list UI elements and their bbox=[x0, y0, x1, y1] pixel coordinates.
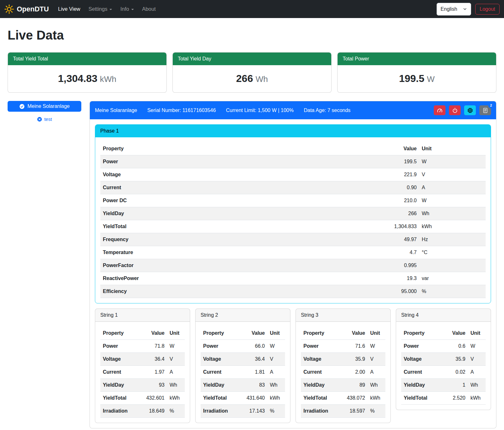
summary-card-body: 266Wh bbox=[173, 65, 331, 92]
journal-text-icon bbox=[482, 108, 488, 113]
unit-cell: % bbox=[267, 405, 285, 418]
value-cell: 1 bbox=[446, 379, 468, 392]
unit-cell: W bbox=[419, 194, 486, 207]
table-row: Power DC210.0W bbox=[100, 194, 486, 207]
table-row: YieldTotal438.072kWh bbox=[301, 392, 385, 405]
nav-links: Live View Settings Info About bbox=[54, 3, 436, 16]
property-cell: Power bbox=[100, 155, 381, 168]
inverter-card-body: Phase 1 Property Value Unit bbox=[90, 119, 496, 428]
power-settings-button[interactable] bbox=[449, 105, 461, 115]
navbar-right: English Logout bbox=[437, 3, 500, 16]
unit-cell: kWh bbox=[468, 392, 486, 405]
table-row: Voltage35.9V bbox=[301, 353, 385, 366]
value-cell: 71.6 bbox=[344, 340, 368, 353]
unit-cell: V bbox=[167, 353, 185, 366]
string-table: Property Value Unit Power0.6WVoltage35.9… bbox=[401, 327, 486, 405]
top-navbar: OpenDTU Live View Settings Info About En… bbox=[0, 0, 504, 18]
property-cell: YieldDay bbox=[100, 379, 144, 392]
unit-cell: W bbox=[468, 340, 486, 353]
property-cell: Irradiation bbox=[301, 405, 344, 418]
summary-card-body: 1,304.83kWh bbox=[8, 65, 166, 92]
inverter-item-test[interactable]: test bbox=[8, 116, 81, 123]
string-3-card: String 3 Property Value Unit bbox=[296, 308, 391, 423]
brand-link[interactable]: OpenDTU bbox=[4, 4, 49, 14]
value-cell: 1,304.833 bbox=[381, 220, 419, 233]
value-cell: 66.0 bbox=[244, 340, 267, 353]
unit-cell: W bbox=[368, 340, 385, 353]
unit-header: Unit bbox=[167, 327, 185, 340]
x-circle-icon bbox=[37, 117, 42, 122]
value-cell: 71.8 bbox=[144, 340, 167, 353]
value-cell: 0.90 bbox=[381, 181, 419, 194]
value-cell: 19.3 bbox=[381, 272, 419, 285]
table-row: Voltage36.4V bbox=[201, 353, 285, 366]
language-select[interactable]: English bbox=[437, 3, 471, 16]
table-row: YieldTotal432.601kWh bbox=[100, 392, 185, 405]
value-cell: 2.520 bbox=[446, 392, 468, 405]
unit-cell: V bbox=[468, 353, 486, 366]
property-cell: YieldTotal bbox=[100, 392, 144, 405]
table-row: Current2.00A bbox=[301, 366, 385, 379]
table-row: YieldDay83Wh bbox=[201, 379, 285, 392]
nav-item-info[interactable]: Info bbox=[116, 3, 138, 16]
unit-cell: W bbox=[267, 340, 285, 353]
unit-cell: Wh bbox=[419, 207, 486, 220]
table-row: Power66.0W bbox=[201, 340, 285, 353]
property-cell: Voltage bbox=[100, 353, 144, 366]
property-cell: Current bbox=[201, 366, 244, 379]
unit-cell: % bbox=[419, 285, 486, 298]
unit-cell: kWh bbox=[167, 392, 185, 405]
value-cell: 93 bbox=[144, 379, 167, 392]
unit-cell: Wh bbox=[368, 379, 385, 392]
string-title: String 2 bbox=[196, 309, 290, 322]
property-header: Property bbox=[100, 327, 144, 340]
property-cell: Current bbox=[401, 366, 446, 379]
value-cell: 36.4 bbox=[244, 353, 267, 366]
table-row: PowerFactor0.995 bbox=[100, 259, 486, 272]
table-row: YieldDay1Wh bbox=[401, 379, 486, 392]
table-row: Power71.6W bbox=[301, 340, 385, 353]
property-cell: YieldTotal bbox=[201, 392, 244, 405]
value-cell: 0.02 bbox=[446, 366, 468, 379]
value-header: Value bbox=[344, 327, 368, 340]
property-cell: YieldDay bbox=[201, 379, 244, 392]
nav-item-settings[interactable]: Settings bbox=[84, 3, 116, 16]
nav-item-about[interactable]: About bbox=[138, 3, 160, 16]
property-cell: PowerFactor bbox=[100, 259, 381, 272]
unit-cell: Hz bbox=[419, 233, 486, 246]
string-body: Property Value Unit Power71.8WVoltage36.… bbox=[95, 322, 190, 423]
inverter-card: Meine Solaranlage Serial Number: 1161716… bbox=[90, 101, 496, 428]
table-header-row: Property Value Unit bbox=[301, 327, 385, 340]
table-row: YieldTotal2.520kWh bbox=[401, 392, 486, 405]
property-cell: Frequency bbox=[100, 233, 381, 246]
event-log-button[interactable]: 2 bbox=[479, 105, 491, 115]
unit-cell: V bbox=[368, 353, 385, 366]
unit-header: Unit bbox=[468, 327, 486, 340]
summary-unit: W bbox=[427, 74, 435, 84]
unit-cell: °C bbox=[419, 246, 486, 259]
table-row: ReactivePower19.3var bbox=[100, 272, 486, 285]
string-body: Property Value Unit Power66.0WVoltage36.… bbox=[196, 322, 290, 423]
device-info-button[interactable] bbox=[464, 105, 476, 115]
limit-settings-button[interactable] bbox=[434, 105, 445, 115]
unit-cell: Wh bbox=[267, 379, 285, 392]
logout-button[interactable]: Logout bbox=[475, 4, 500, 15]
property-cell: YieldDay bbox=[100, 207, 381, 220]
unit-cell: Wh bbox=[468, 379, 486, 392]
chevron-down-icon bbox=[463, 7, 467, 11]
unit-cell: A bbox=[468, 366, 486, 379]
unit-header: Unit bbox=[419, 142, 486, 155]
phase-title: Phase 1 bbox=[95, 125, 491, 137]
inverter-select-button[interactable]: Meine Solaranlage bbox=[8, 101, 81, 112]
caret-down-icon bbox=[131, 9, 134, 10]
nav-item-live-view[interactable]: Live View bbox=[54, 3, 84, 16]
value-cell: 266 bbox=[381, 207, 419, 220]
table-header-row: Property Value Unit bbox=[201, 327, 285, 340]
value-cell: 0.6 bbox=[446, 340, 468, 353]
power-icon bbox=[452, 108, 458, 113]
unit-cell: V bbox=[267, 353, 285, 366]
string-2-card: String 2 Property Value Unit bbox=[195, 308, 290, 423]
brand-label: OpenDTU bbox=[17, 4, 49, 14]
summary-card-title: Total Yield Day bbox=[173, 53, 331, 65]
string-title: String 1 bbox=[95, 309, 190, 322]
